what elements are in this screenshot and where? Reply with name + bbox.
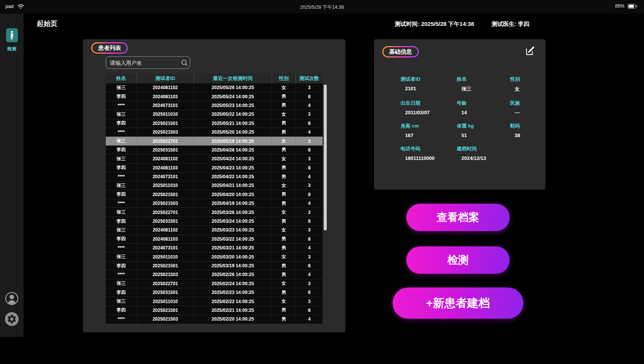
- info-field-value: 51: [457, 133, 510, 138]
- table-row[interactable]: 张三20240811022025/03/23 14:00:25女3: [106, 226, 323, 235]
- table-cell: 男: [272, 315, 296, 323]
- table-cell: 2025/04/23 14:00:25: [194, 164, 272, 172]
- info-field-label: 姓名: [457, 76, 510, 83]
- table-cell: 李四: [106, 262, 137, 270]
- table-cell: 2025/05/24 14:00:25: [194, 92, 272, 101]
- table-cell: 男: [272, 172, 296, 181]
- table-cell: 4: [296, 199, 323, 208]
- table-row[interactable]: 张三20250227012025/05/19 14:00:25女3: [106, 137, 323, 145]
- table-cell: 8: [296, 164, 323, 172]
- table-cell: ****: [106, 199, 137, 208]
- table-cell: 2025/04/19 14:00:25: [194, 199, 272, 208]
- edit-button[interactable]: [524, 45, 536, 57]
- table-row[interactable]: 李四20250215012025/05/21 14:00:25男8: [106, 119, 323, 128]
- table-cell: 男: [272, 235, 296, 243]
- table-cell: 2024081102: [137, 226, 194, 234]
- table-row[interactable]: ****20240731012025/04/22 14:00:25男4: [106, 172, 323, 181]
- table-row[interactable]: 张三20240811022025/05/26 14:00:25女3: [106, 83, 323, 92]
- table-cell: 2025/03/21 14:00:25: [194, 244, 272, 252]
- table-row[interactable]: 张三20250110102025/02/22 14:00:25女3: [106, 297, 323, 306]
- sidebar-item-label: 检测: [0, 46, 24, 52]
- detect-button[interactable]: 检测: [406, 246, 510, 274]
- table-row[interactable]: ****20240731012025/05/23 14:00:25男4: [106, 101, 323, 110]
- view-archive-button[interactable]: 查看档案: [406, 204, 510, 231]
- table-row[interactable]: 李四20250215012025/04/20 14:00:25男8: [106, 190, 323, 199]
- info-field: 鞋码38: [510, 123, 539, 138]
- table-row[interactable]: 李四20240811032025/05/24 14:00:25男8: [106, 92, 323, 101]
- table-cell: 3: [296, 297, 323, 305]
- table-row[interactable]: 李四20250315012025/02/23 14:00:25男8: [106, 288, 323, 297]
- table-row[interactable]: 李四20240811032025/03/22 14:00:25男8: [106, 235, 323, 244]
- table-cell: 3: [296, 226, 323, 234]
- table-row[interactable]: ****20250215032025/02/20 14:00:25男4: [106, 315, 323, 324]
- table-cell: ****: [106, 172, 137, 181]
- info-field-value: 167: [401, 133, 457, 138]
- info-field-value: 18011110000: [401, 155, 457, 161]
- scrollbar-thumb[interactable]: [324, 85, 327, 230]
- info-field-value: 女: [510, 86, 539, 93]
- search-icon[interactable]: [181, 59, 188, 66]
- table-cell: 张三: [106, 137, 137, 145]
- table-row[interactable]: 张三20240811022025/04/24 14:00:25女3: [106, 155, 323, 163]
- table-cell: 2025031501: [137, 217, 194, 225]
- table-cell: 张三: [106, 181, 137, 190]
- info-field-label: 性别: [510, 76, 539, 83]
- table-row[interactable]: ****20250215032025/04/19 14:00:25男4: [106, 199, 323, 208]
- table-cell: 2025/02/23 14:00:25: [194, 288, 272, 297]
- table-cell: 4: [296, 244, 323, 252]
- table-cell: 2025021501: [137, 190, 194, 199]
- table-cell: 2025/04/22 14:00:25: [194, 172, 272, 181]
- table-cell: 2025021503: [137, 315, 194, 323]
- info-field: 民族---: [510, 100, 539, 115]
- table-row[interactable]: 李四20250215012025/03/19 14:00:25男8: [106, 262, 323, 270]
- table-cell: 女: [272, 137, 296, 145]
- table-cell: 男: [272, 101, 296, 110]
- table-cell: 2025022701: [137, 279, 194, 288]
- column-header: 测试次数: [296, 73, 323, 83]
- table-row[interactable]: 张三20250110102025/04/21 14:00:25女3: [106, 181, 323, 190]
- statusbar-datetime: 2025/5/28 下午14:38: [0, 4, 644, 11]
- table-row[interactable]: 张三20250227012025/02/24 14:00:25女3: [106, 279, 323, 288]
- table-row[interactable]: ****20240731012025/03/21 14:00:25男4: [106, 244, 323, 252]
- table-row[interactable]: 张三20250110102025/03/20 14:00:25女3: [106, 252, 323, 261]
- table-cell: ****: [106, 101, 137, 110]
- table-row[interactable]: 张三20250110102025/05/22 14:00:25女3: [106, 110, 323, 119]
- table-cell: 3: [296, 252, 323, 261]
- table-cell: 2025/03/22 14:00:25: [194, 235, 272, 243]
- sidebar-item-detect[interactable]: 检测: [0, 28, 24, 52]
- table-cell: 男: [272, 270, 296, 279]
- sidebar: 检测: [0, 14, 24, 337]
- table-row[interactable]: 张三20250227012025/03/26 14:00:25女3: [106, 208, 323, 217]
- info-field-value: ---: [510, 110, 539, 115]
- table-row[interactable]: 李四20240811032025/04/23 14:00:25男8: [106, 164, 323, 172]
- table-cell: 2025021503: [137, 128, 194, 136]
- search-input[interactable]: [106, 57, 181, 69]
- table-row[interactable]: ****20250215032025/05/20 14:00:25男4: [106, 128, 323, 137]
- table-row[interactable]: 李四20250215012025/02/21 14:00:25男8: [106, 306, 323, 315]
- info-field-label: 民族: [510, 100, 539, 107]
- table-cell: 4: [296, 270, 323, 279]
- info-field-label: 身高 cm: [401, 123, 457, 129]
- info-field-label: 体重 kg: [457, 123, 510, 129]
- table-cell: 女: [272, 252, 296, 261]
- settings-gear-icon[interactable]: [5, 312, 19, 326]
- info-field-label: 测试者ID: [401, 76, 457, 83]
- table-cell: 8: [296, 235, 323, 243]
- new-patient-button[interactable]: +新患者建档: [393, 287, 523, 319]
- table-cell: 男: [272, 288, 296, 297]
- table-cell: 2025/05/20 14:00:25: [194, 128, 272, 136]
- user-avatar-icon[interactable]: [5, 292, 19, 305]
- table-cell: 2025021503: [137, 270, 194, 279]
- table-row[interactable]: ****20250215032025/02/26 14:00:25男4: [106, 270, 323, 279]
- table-cell: 张三: [106, 297, 137, 305]
- table-cell: 2025011010: [137, 110, 194, 118]
- info-field-label: 电话号码: [401, 145, 457, 152]
- table-row[interactable]: 李四20250315012025/03/24 14:00:25男8: [106, 217, 323, 226]
- person-body-icon: [6, 28, 18, 42]
- table-cell: 2025/05/19 14:00:25: [194, 137, 272, 145]
- table-row[interactable]: 李四20250315012025/04/26 14:00:25男8: [106, 146, 323, 155]
- info-field: 出生日期2011/03/07: [401, 100, 457, 115]
- table-cell: 2025/04/21 14:00:25: [194, 181, 272, 190]
- table-cell: 2025/03/19 14:00:25: [194, 262, 272, 270]
- table-cell: 男: [272, 244, 296, 252]
